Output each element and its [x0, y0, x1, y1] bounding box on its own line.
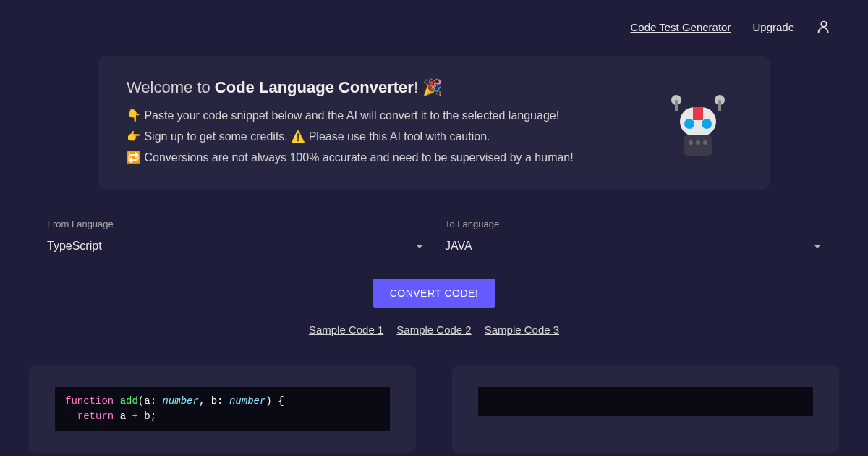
to-language-group: To Language JAVA — [445, 219, 821, 257]
welcome-line-1: 👇 Paste your code snippet below and the … — [127, 106, 574, 127]
code-panels: function add(a: number, b: number) { ret… — [29, 365, 839, 453]
to-language-label: To Language — [445, 219, 821, 229]
chevron-down-icon — [416, 245, 423, 248]
svg-point-12 — [703, 140, 707, 145]
svg-rect-9 — [684, 135, 712, 156]
sample-links: Sample Code 1 Sample Code 2 Sample Code … — [0, 324, 868, 336]
svg-point-11 — [696, 140, 700, 145]
sample-code-1[interactable]: Sample Code 1 — [309, 324, 383, 336]
output-code-panel — [452, 365, 839, 453]
svg-point-7 — [684, 119, 694, 129]
sample-code-3[interactable]: Sample Code 3 — [485, 324, 559, 336]
svg-rect-4 — [718, 100, 721, 111]
svg-point-10 — [689, 140, 693, 145]
from-language-label: From Language — [47, 219, 423, 229]
robot-icon — [662, 89, 734, 158]
svg-rect-6 — [693, 107, 703, 120]
user-icon[interactable] — [816, 19, 832, 35]
welcome-card: Welcome to Code Language Converter! 🎉 👇 … — [98, 56, 770, 190]
svg-point-0 — [821, 22, 826, 27]
source-code-editor[interactable]: function add(a: number, b: number) { ret… — [55, 387, 390, 431]
welcome-line-2: 👉 Sign up to get some credits. ⚠️ Please… — [127, 127, 574, 148]
chevron-down-icon — [814, 245, 821, 248]
to-language-select[interactable]: JAVA — [445, 235, 821, 257]
language-controls: From Language TypeScript To Language JAV… — [33, 219, 835, 257]
welcome-line-3: 🔁 Conversions are not always 100% accura… — [127, 148, 574, 169]
welcome-title: Welcome to Code Language Converter! 🎉 — [127, 78, 574, 97]
svg-point-8 — [702, 119, 712, 129]
from-language-select[interactable]: TypeScript — [47, 235, 423, 257]
source-code-panel: function add(a: number, b: number) { ret… — [29, 365, 416, 453]
from-language-group: From Language TypeScript — [47, 219, 423, 257]
convert-button[interactable]: CONVERT CODE! — [373, 279, 496, 308]
link-test-generator[interactable]: Code Test Generator — [630, 21, 731, 33]
sample-code-2[interactable]: Sample Code 2 — [396, 324, 471, 336]
svg-rect-2 — [675, 100, 678, 111]
link-upgrade[interactable]: Upgrade — [752, 21, 794, 33]
header: Code Test Generator Upgrade — [0, 0, 868, 35]
output-code-editor[interactable] — [478, 387, 813, 416]
